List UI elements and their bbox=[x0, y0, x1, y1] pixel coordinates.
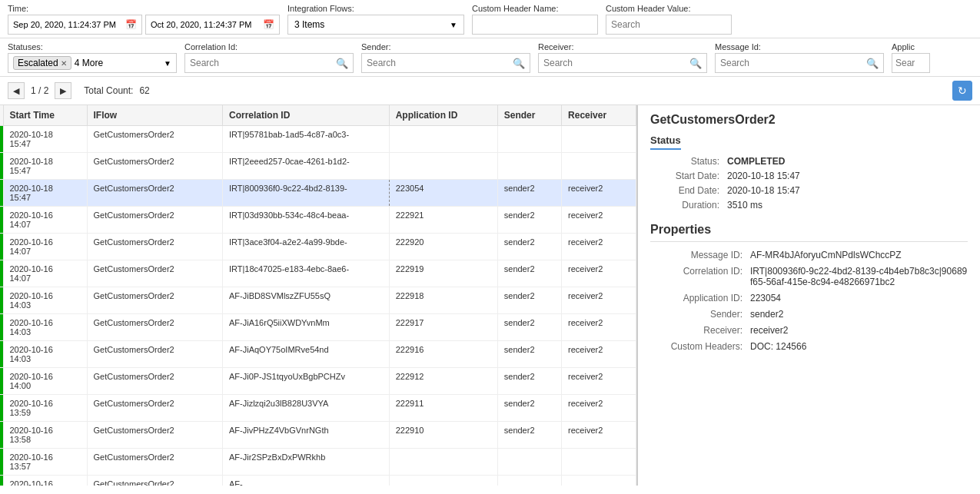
table-row[interactable]: 2020-10-16 14:03 GetCustomersOrder2 AF-J… bbox=[0, 287, 636, 314]
correlation-id-input-wrap[interactable]: 🔍 bbox=[184, 53, 354, 73]
row-start-time: 2020-10-16 14:07 bbox=[3, 207, 87, 234]
custom-header-name-input[interactable] bbox=[477, 19, 593, 30]
row-receiver: receiver2 bbox=[562, 341, 636, 368]
integration-flows-label: Integration Flows: bbox=[287, 4, 464, 13]
start-date-row: Start Date: 2020-10-18 15:47 bbox=[650, 171, 968, 181]
table-row[interactable]: 2020-10-18 15:47 GetCustomersOrder2 IRT|… bbox=[0, 126, 636, 153]
row-receiver: receiver2 bbox=[562, 422, 636, 449]
end-date-row: End Date: 2020-10-18 15:47 bbox=[650, 185, 968, 196]
duration-key: Duration: bbox=[650, 200, 727, 211]
refresh-btn[interactable]: ↻ bbox=[952, 81, 972, 101]
applic-input[interactable] bbox=[895, 58, 926, 68]
custom-header-value-input[interactable] bbox=[611, 19, 726, 30]
table-row[interactable]: 2020-10-16 14:03 GetCustomersOrder2 AF-J… bbox=[0, 341, 636, 368]
correlation-id-detail-key: Correlation ID: bbox=[650, 266, 750, 287]
receiver-search-btn[interactable]: 🔍 bbox=[689, 58, 702, 69]
row-iflow: GetCustomersOrder2 bbox=[87, 341, 222, 368]
custom-header-name-input-wrap[interactable] bbox=[472, 15, 598, 35]
sender-search-btn[interactable]: 🔍 bbox=[513, 58, 525, 69]
row-app-id: 222911 bbox=[389, 395, 497, 422]
row-app-id: 222912 bbox=[389, 368, 497, 395]
row-receiver: receiver2 bbox=[562, 368, 636, 395]
receiver-detail-row: Receiver: receiver2 bbox=[650, 325, 968, 336]
row-app-id: 222916 bbox=[389, 341, 497, 368]
next-page-btn[interactable]: ▶ bbox=[55, 82, 71, 99]
message-id-input-wrap[interactable]: 🔍 bbox=[715, 53, 884, 73]
table-row[interactable]: 2020-10-16 13:59 GetCustomersOrder2 AF-J… bbox=[0, 395, 636, 422]
row-start-time: 2020-10-16 13:58 bbox=[3, 422, 87, 449]
row-app-id bbox=[389, 153, 497, 180]
table-row[interactable]: 2020-10-16 14:00 GetCustomersOrder2 AF-J… bbox=[0, 368, 636, 395]
receiver-input[interactable] bbox=[543, 58, 689, 68]
correlation-id-search-btn[interactable]: 🔍 bbox=[336, 58, 348, 69]
row-correlation-id: IRT|18c47025-e183-4ebc-8ae6- bbox=[222, 260, 389, 287]
row-receiver: receiver2 bbox=[562, 287, 636, 314]
calendar-icon[interactable]: 📅 bbox=[125, 19, 137, 30]
row-iflow: GetCustomersOrder2 bbox=[87, 153, 222, 180]
sender-group: Sender: 🔍 bbox=[361, 42, 530, 73]
row-start-time: 2020-10-18 15:47 bbox=[3, 153, 87, 180]
row-start-time: 2020-10-16 14:03 bbox=[3, 314, 87, 341]
col-app-id: Application ID bbox=[389, 105, 497, 126]
properties-title: Properties bbox=[650, 223, 968, 237]
table-row[interactable]: 2020-10-16 13:58 GetCustomersOrder2 AF-J… bbox=[0, 422, 636, 449]
status-value: COMPLETED bbox=[727, 156, 785, 167]
application-id-detail-value: 223054 bbox=[750, 293, 781, 303]
row-receiver: receiver2 bbox=[562, 314, 636, 341]
sender-input[interactable] bbox=[367, 58, 513, 68]
table-row[interactable]: 2020-10-18 15:47 GetCustomersOrder2 IRT|… bbox=[0, 153, 636, 180]
row-start-time: 2020-10-16 14:07 bbox=[3, 260, 87, 287]
table-row[interactable]: 2020-10-16 GetCustomersOrder2 AF- bbox=[0, 476, 636, 486]
row-iflow: GetCustomersOrder2 bbox=[87, 395, 222, 422]
escalated-label: Escalated bbox=[18, 58, 58, 68]
row-start-time: 2020-10-16 bbox=[3, 476, 87, 486]
sender-input-wrap[interactable]: 🔍 bbox=[361, 53, 530, 73]
badge-close-icon[interactable]: ✕ bbox=[61, 59, 67, 68]
duration-row: Duration: 3510 ms bbox=[650, 200, 968, 211]
table-row[interactable]: 2020-10-16 14:03 GetCustomersOrder2 AF-J… bbox=[0, 314, 636, 341]
correlation-id-input[interactable] bbox=[190, 58, 336, 68]
row-correlation-id: IRT|2eeed257-0cae-4261-b1d2- bbox=[222, 153, 389, 180]
receiver-input-wrap[interactable]: 🔍 bbox=[538, 53, 707, 73]
sender-detail-key: Sender: bbox=[650, 309, 750, 320]
correlation-id-label: Correlation Id: bbox=[184, 42, 354, 51]
row-receiver: receiver2 bbox=[562, 395, 636, 422]
sender-label: Sender: bbox=[361, 42, 530, 51]
table-row[interactable]: 2020-10-16 14:07 GetCustomersOrder2 IRT|… bbox=[0, 207, 636, 234]
row-correlation-id: AF-JiA16rQ5iiXWDYvnMm bbox=[222, 314, 389, 341]
date-from-input[interactable]: Sep 20, 2020, 11:24:37 PM 📅 bbox=[8, 15, 142, 35]
row-sender bbox=[497, 126, 561, 153]
detail-panel: GetCustomersOrder2 Status Status: COMPLE… bbox=[638, 105, 980, 486]
message-id-search-btn[interactable]: 🔍 bbox=[866, 58, 879, 69]
row-sender: sender2 bbox=[497, 341, 561, 368]
applic-input-wrap[interactable] bbox=[892, 53, 930, 73]
correlation-id-detail-value: IRT|800936f0-9c22-4bd2-8139-c4b4eb7b8c3c… bbox=[750, 266, 968, 287]
message-id-input[interactable] bbox=[720, 58, 866, 68]
row-app-id: 222920 bbox=[389, 234, 497, 260]
integration-flows-select[interactable]: 3 Items ▼ bbox=[287, 15, 464, 35]
table-row[interactable]: 2020-10-16 14:07 GetCustomersOrder2 IRT|… bbox=[0, 260, 636, 287]
row-start-time: 2020-10-16 13:57 bbox=[3, 449, 87, 476]
statuses-dropdown-arrow: ▼ bbox=[164, 59, 171, 68]
date-to-input[interactable]: Oct 20, 2020, 11:24:37 PM 📅 bbox=[145, 15, 280, 35]
col-correlation-id: Correlation ID bbox=[222, 105, 389, 126]
prev-page-btn[interactable]: ◀ bbox=[8, 82, 25, 99]
row-sender: sender2 bbox=[497, 260, 561, 287]
row-iflow: GetCustomersOrder2 bbox=[87, 234, 222, 260]
row-receiver bbox=[562, 476, 636, 486]
statuses-select[interactable]: Escalated ✕ 4 More ▼ bbox=[8, 53, 177, 73]
table-row[interactable]: 2020-10-18 15:47 GetCustomersOrder2 IRT|… bbox=[0, 180, 636, 207]
sender-detail-row: Sender: sender2 bbox=[650, 309, 968, 320]
custom-header-value-input-wrap[interactable] bbox=[606, 15, 732, 35]
row-sender: sender2 bbox=[497, 422, 561, 449]
custom-header-value-label: Custom Header Value: bbox=[606, 4, 732, 13]
table-row[interactable]: 2020-10-16 13:57 GetCustomersOrder2 AF-J… bbox=[0, 449, 636, 476]
custom-headers-detail-key: Custom Headers: bbox=[650, 341, 750, 352]
date-to-value: Oct 20, 2020, 11:24:37 PM bbox=[151, 20, 251, 29]
row-receiver bbox=[562, 449, 636, 476]
calendar-icon-2[interactable]: 📅 bbox=[263, 19, 274, 30]
row-app-id: 222910 bbox=[389, 422, 497, 449]
row-iflow: GetCustomersOrder2 bbox=[87, 180, 222, 207]
table-row[interactable]: 2020-10-16 14:07 GetCustomersOrder2 IRT|… bbox=[0, 234, 636, 260]
row-start-time: 2020-10-16 14:07 bbox=[3, 234, 87, 260]
